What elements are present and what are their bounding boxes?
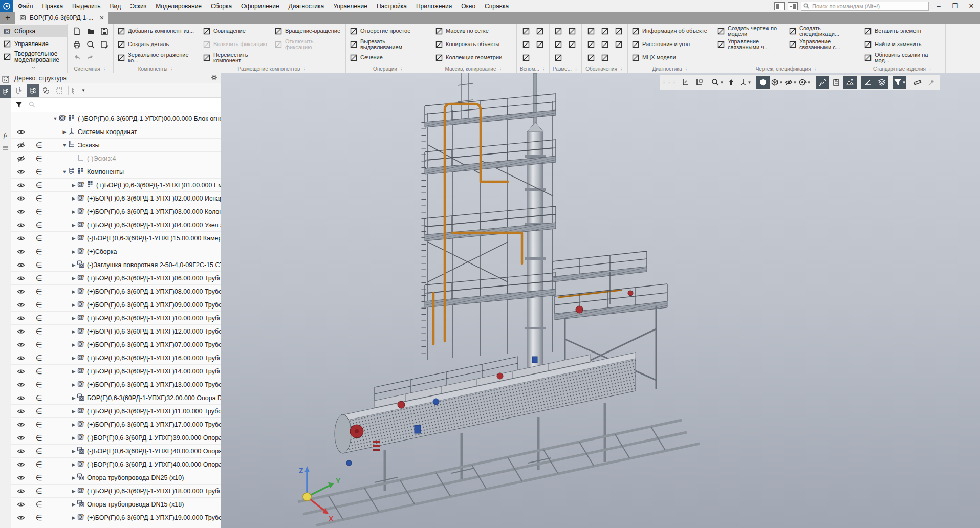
include-icon[interactable]: ∈ — [31, 500, 47, 509]
visibility-eye-icon[interactable] — [11, 460, 31, 469]
menu-item-6[interactable]: Моделирование — [151, 0, 206, 12]
ribbon-collapse-icon[interactable]: ⌃ — [30, 63, 37, 69]
ribbon-button[interactable]: Коллекция геометрии — [433, 51, 514, 64]
orient-up-icon[interactable] — [725, 76, 738, 89]
menu-item-1[interactable]: Файл — [13, 0, 38, 12]
visibility-eye-icon[interactable] — [11, 248, 31, 256]
dim-leader-icon[interactable] — [552, 51, 565, 64]
dim-lin-icon[interactable] — [552, 25, 565, 38]
visibility-eye-icon[interactable] — [11, 274, 31, 282]
expander-closed-icon[interactable]: ▶ — [71, 196, 77, 201]
tree-row[interactable]: ∈▼Компоненты — [11, 165, 221, 179]
ribbon-button[interactable]: Вращение-вращение — [273, 25, 343, 38]
tree-row[interactable]: ∈▶(+)БОР(Г)0,6-3(60РД-1-УПХГ)14.00.000 Т… — [11, 365, 221, 378]
menu-item-11[interactable]: Настройка — [372, 0, 411, 12]
visibility-eye-icon[interactable] — [11, 421, 31, 429]
ribbon-button[interactable]: Создать спецификаци... — [787, 25, 858, 38]
close-button[interactable]: ✕ — [965, 1, 978, 11]
dim-d-icon[interactable] — [565, 38, 579, 51]
expander-open-icon[interactable]: ▼ — [61, 169, 68, 174]
include-icon[interactable]: ∈ — [31, 194, 47, 203]
ribbon-button[interactable]: Обновить ссылки на мод... — [862, 51, 943, 64]
ribbon-button[interactable]: Переместить компонент — [201, 51, 272, 64]
funnel-icon[interactable] — [12, 98, 26, 112]
ribbon-button[interactable]: Управление связанными ч... — [715, 38, 786, 51]
visibility-eye-icon[interactable] — [11, 354, 31, 362]
menu-item-8[interactable]: Оформление — [236, 0, 284, 12]
visibility-eye-icon[interactable] — [11, 208, 31, 216]
new-tab-button[interactable]: + — [0, 12, 15, 24]
aux-spiral-icon[interactable] — [519, 51, 533, 64]
expander-open-icon[interactable]: ▼ — [52, 116, 58, 121]
tree-row[interactable]: ∈▶(+)Сборка — [11, 245, 221, 258]
include-icon[interactable]: ∈ — [31, 207, 47, 216]
zoom-icon[interactable]: ▼ — [711, 76, 724, 89]
expander-closed-icon[interactable]: ▶ — [71, 462, 77, 467]
include-icon[interactable]: ∈ — [31, 460, 47, 469]
visibility-eye-icon[interactable] — [11, 341, 31, 349]
filter-icon[interactable]: ▼ — [893, 76, 906, 89]
tree-row[interactable]: ∈▶Опора трубопровода DN25 (x10) — [11, 471, 221, 485]
wireframe-icon[interactable]: ▼ — [770, 76, 783, 89]
mark-tol-icon[interactable] — [598, 38, 612, 51]
clipboard-icon[interactable] — [830, 76, 843, 89]
expander-closed-icon[interactable]: ▶ — [71, 502, 77, 507]
menu-item-12[interactable]: Приложения — [411, 0, 456, 12]
visibility-eye-icon[interactable] — [11, 234, 31, 243]
tree-row[interactable]: ∈▶(+)БОР(Г)0,6-3(60РД-1-УПХГ)17.00.000 Т… — [11, 418, 221, 431]
panel-dock-icon[interactable] — [788, 2, 798, 10]
tree-row[interactable]: ∈▶(+)БОР(Г)0,6-3(60РД-1-УПХГ)01.00.000 Е… — [11, 179, 221, 192]
expander-closed-icon[interactable]: ▶ — [71, 302, 77, 307]
menu-item-3[interactable]: Выделить — [68, 0, 105, 12]
variables-panel-icon[interactable]: fx — [0, 129, 11, 142]
visibility-eye-icon[interactable] — [11, 288, 31, 296]
ribbon-button[interactable]: Расстояние и угол — [630, 38, 711, 51]
tree-row[interactable]: ∈▶(+)БОР(Г)0,6-3(60РД-1-УПХГ)07.00.000 Т… — [11, 338, 221, 351]
expander-closed-icon[interactable]: ▶ — [71, 249, 77, 254]
undo-icon[interactable] — [70, 51, 83, 64]
menu-item-13[interactable]: Окно — [456, 0, 480, 12]
minimize-button[interactable]: – — [932, 1, 945, 11]
tree-filter-list-dropdown[interactable]: ▼ — [71, 86, 85, 95]
dim-ang-icon[interactable] — [565, 25, 579, 38]
include-icon[interactable]: ∈ — [31, 327, 47, 336]
ribbon-button[interactable]: Включить фиксацию — [201, 38, 272, 51]
include-icon[interactable]: ∈ — [31, 420, 47, 429]
tree-panel-icon[interactable] — [0, 85, 11, 98]
route-icon[interactable] — [816, 76, 829, 89]
aux-local-icon[interactable] — [533, 38, 547, 51]
visibility-eye-icon[interactable] — [11, 500, 31, 509]
expander-closed-icon[interactable]: ▶ — [71, 395, 77, 401]
visibility-eye-icon[interactable] — [11, 168, 31, 176]
tab-close-icon[interactable]: ✕ — [99, 15, 104, 21]
include-icon[interactable]: ∈ — [31, 393, 47, 403]
expander-closed-icon[interactable]: ▶ — [71, 515, 77, 520]
mark-rough-icon[interactable] — [584, 38, 598, 51]
include-icon[interactable]: ∈ — [31, 447, 47, 456]
include-icon[interactable]: ∈ — [31, 287, 47, 296]
include-icon[interactable]: ∈ — [31, 513, 47, 522]
visibility-eye-icon[interactable] — [11, 447, 31, 455]
tree-row[interactable]: ∈▶(+)БОР(Г)0,6-3(60РД-1-УПХГ)08.00.000 Т… — [11, 285, 221, 298]
include-icon[interactable]: ∈ — [31, 487, 47, 496]
expander-closed-icon[interactable]: ▶ — [71, 262, 77, 268]
expander-closed-icon[interactable]: ▶ — [71, 329, 77, 334]
expander-closed-icon[interactable]: ▶ — [71, 183, 77, 188]
include-icon[interactable]: ∈ — [31, 274, 47, 283]
tree-row[interactable]: ∈▶(+)БОР(Г)0,6-3(60РД-1-УПХГ)19.00.000 Т… — [11, 511, 221, 524]
command-search[interactable] — [801, 2, 929, 11]
axes-icon[interactable]: ▼ — [738, 76, 752, 89]
scene-icon[interactable] — [843, 76, 857, 89]
tree-row[interactable]: ∈(-)Эскиз:4 — [11, 152, 221, 165]
visibility-eye-icon[interactable] — [11, 394, 31, 402]
visibility-eye-icon[interactable] — [11, 407, 31, 415]
include-icon[interactable]: ∈ — [31, 234, 47, 243]
mark-datum-icon[interactable] — [598, 25, 612, 38]
menu-item-4[interactable]: Вид — [105, 0, 125, 12]
tree-row[interactable]: ∈▶(+)БОР(Г)0,6-3(60РД-1-УПХГ)02.00.000 И… — [11, 192, 221, 205]
menu-item-9[interactable]: Диагностика — [284, 0, 329, 12]
tree-marquee-icon[interactable] — [53, 84, 66, 97]
visibility-eye-icon[interactable] — [11, 474, 31, 482]
tree-row[interactable]: ∈▶(+)БОР(Г)0,6-3(60РД-1-УПХГ)13.00.000 Т… — [11, 378, 221, 391]
include-icon[interactable]: ∈ — [31, 260, 47, 270]
